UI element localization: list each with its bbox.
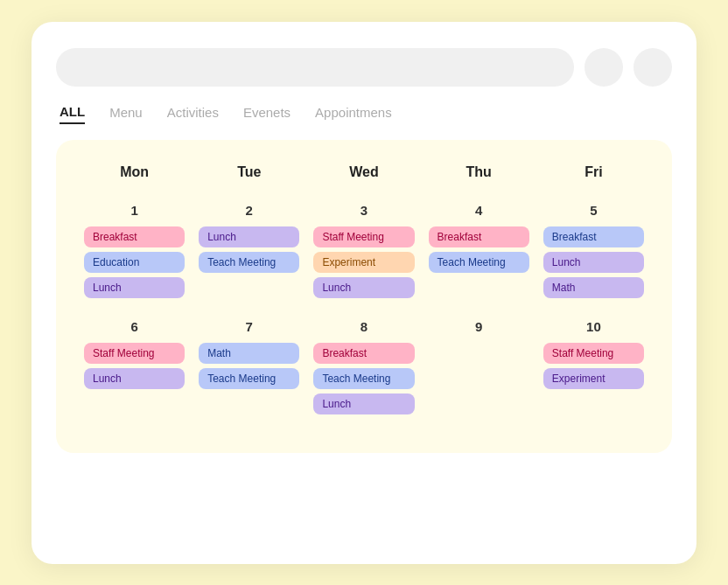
events-list-1: BreakfastEducationLunch bbox=[84, 226, 185, 298]
event-badge[interactable]: Teach Meeting bbox=[313, 368, 414, 389]
day-cell-2: 2LunchTeach Meeting bbox=[192, 196, 306, 312]
day-header-tue: Tue bbox=[192, 164, 306, 196]
day-number-2: 2 bbox=[199, 203, 299, 218]
day-header-thu: Thu bbox=[422, 164, 536, 196]
events-list-4: BreakfastTeach Meeting bbox=[429, 226, 529, 273]
event-badge[interactable]: Teach Meeting bbox=[199, 368, 299, 389]
events-list-2: LunchTeach Meeting bbox=[199, 226, 299, 273]
day-cell-9: 9 bbox=[422, 312, 536, 428]
day-cell-4: 4BreakfastTeach Meeting bbox=[422, 196, 536, 312]
event-badge[interactable]: Breakfast bbox=[543, 226, 644, 247]
event-badge[interactable]: Lunch bbox=[543, 252, 644, 273]
search-input[interactable] bbox=[56, 48, 574, 87]
calendar-card: MonTueWedThuFri1BreakfastEducationLunch2… bbox=[56, 140, 672, 453]
day-number-5: 5 bbox=[543, 203, 644, 218]
tabs-row: ALLMenuActivitiesEvenetsAppointmens bbox=[56, 104, 672, 124]
day-cell-3: 3Staff MeetingExperimentLunch bbox=[306, 196, 421, 312]
day-cell-1: 1BreakfastEducationLunch bbox=[77, 196, 192, 312]
icon-button-1[interactable] bbox=[584, 48, 623, 87]
event-badge[interactable]: Staff Meeting bbox=[313, 226, 414, 247]
event-badge[interactable]: Math bbox=[543, 277, 644, 298]
event-badge[interactable]: Teach Meeting bbox=[199, 252, 299, 273]
tab-activities[interactable]: Activities bbox=[167, 104, 219, 124]
day-cell-7: 7MathTeach Meeting bbox=[192, 312, 306, 428]
events-list-7: MathTeach Meeting bbox=[199, 343, 299, 389]
event-badge[interactable]: Lunch bbox=[313, 393, 414, 414]
day-header-wed: Wed bbox=[306, 164, 421, 196]
event-badge[interactable]: Education bbox=[84, 252, 185, 273]
day-number-10: 10 bbox=[543, 319, 644, 334]
event-badge[interactable]: Lunch bbox=[84, 368, 185, 389]
events-list-3: Staff MeetingExperimentLunch bbox=[313, 226, 414, 298]
event-badge[interactable]: Staff Meeting bbox=[543, 343, 644, 364]
day-header-fri: Fri bbox=[536, 164, 651, 196]
day-cell-8: 8BreakfastTeach MeetingLunch bbox=[306, 312, 421, 428]
event-badge[interactable]: Breakfast bbox=[84, 226, 185, 247]
day-cell-10: 10Staff MeetingExperiment bbox=[536, 312, 651, 428]
calendar-grid: MonTueWedThuFri1BreakfastEducationLunch2… bbox=[77, 164, 651, 428]
day-cell-6: 6Staff MeetingLunch bbox=[77, 312, 192, 428]
day-number-8: 8 bbox=[313, 319, 414, 334]
day-number-4: 4 bbox=[429, 203, 529, 218]
event-badge[interactable]: Experiment bbox=[313, 252, 414, 273]
day-number-6: 6 bbox=[84, 319, 185, 334]
day-header-mon: Mon bbox=[77, 164, 192, 196]
event-badge[interactable]: Lunch bbox=[199, 226, 299, 247]
day-number-9: 9 bbox=[429, 319, 529, 334]
event-badge[interactable]: Teach Meeting bbox=[429, 252, 529, 273]
tab-all[interactable]: ALL bbox=[60, 104, 85, 124]
event-badge[interactable]: Experiment bbox=[543, 368, 644, 389]
icon-button-2[interactable] bbox=[634, 48, 672, 87]
app-container: ALLMenuActivitiesEvenetsAppointmens MonT… bbox=[32, 22, 696, 564]
event-badge[interactable]: Breakfast bbox=[429, 226, 529, 247]
event-badge[interactable]: Breakfast bbox=[313, 343, 414, 364]
events-list-6: Staff MeetingLunch bbox=[84, 343, 185, 389]
tab-evenets[interactable]: Evenets bbox=[243, 104, 290, 124]
event-badge[interactable]: Lunch bbox=[84, 277, 185, 298]
day-cell-5: 5BreakfastLunchMath bbox=[536, 196, 651, 312]
events-list-5: BreakfastLunchMath bbox=[543, 226, 644, 298]
day-number-1: 1 bbox=[84, 203, 185, 218]
event-badge[interactable]: Staff Meeting bbox=[84, 343, 185, 364]
tab-menu[interactable]: Menu bbox=[109, 104, 143, 124]
event-badge[interactable]: Lunch bbox=[313, 277, 414, 298]
events-list-8: BreakfastTeach MeetingLunch bbox=[313, 343, 414, 414]
event-badge[interactable]: Math bbox=[199, 343, 299, 364]
day-number-7: 7 bbox=[199, 319, 299, 334]
header-row bbox=[56, 48, 672, 87]
events-list-10: Staff MeetingExperiment bbox=[543, 343, 644, 389]
tab-appointmens[interactable]: Appointmens bbox=[315, 104, 392, 124]
day-number-3: 3 bbox=[313, 203, 414, 218]
